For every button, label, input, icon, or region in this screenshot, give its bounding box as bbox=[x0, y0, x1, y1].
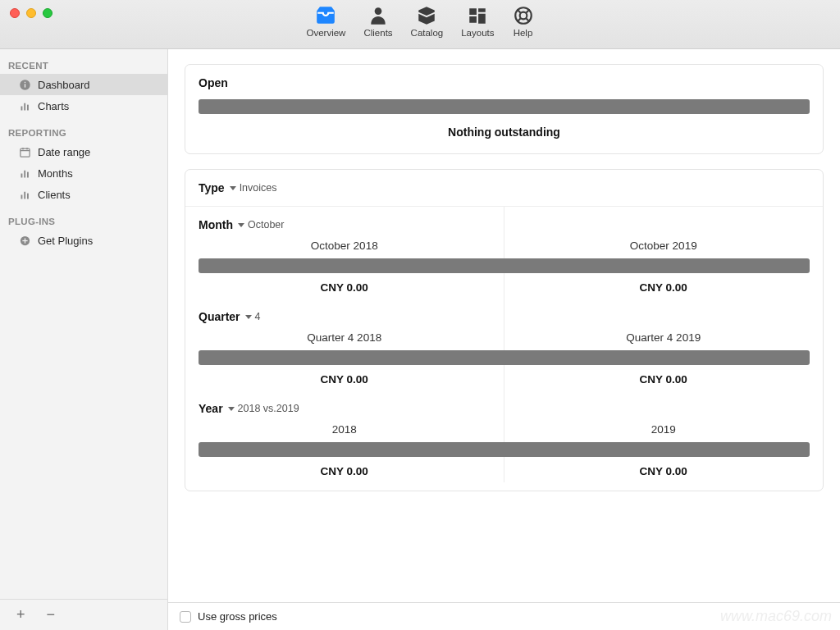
svg-rect-13 bbox=[21, 194, 22, 199]
sidebar-item-getplugins[interactable]: Get Plugins bbox=[0, 230, 167, 251]
minimize-icon[interactable] bbox=[26, 8, 36, 18]
calendar-icon bbox=[18, 145, 31, 158]
month-selector[interactable]: October bbox=[238, 219, 284, 231]
plus-circle-icon bbox=[18, 234, 31, 247]
box-icon bbox=[416, 5, 437, 26]
sidebar-item-label: Charts bbox=[38, 100, 69, 112]
svg-rect-12 bbox=[27, 171, 29, 177]
month-key: Month bbox=[199, 218, 233, 231]
bottom-bar: Use gross prices bbox=[168, 602, 840, 630]
content-area: Open Nothing outstanding Type Invoices M… bbox=[168, 49, 840, 630]
open-title: Open bbox=[199, 76, 810, 89]
open-bar-chart bbox=[199, 99, 810, 114]
year-key: Year bbox=[199, 402, 223, 415]
sidebar-item-label: Months bbox=[38, 167, 73, 180]
sidebar-item-daterange[interactable]: Date range bbox=[0, 141, 167, 162]
titlebar: Overview Clients Catalog Layouts Help bbox=[0, 0, 840, 49]
svg-rect-15 bbox=[27, 193, 29, 199]
type-title: Type bbox=[199, 181, 225, 194]
tab-layouts-label: Layouts bbox=[461, 28, 494, 38]
year-left-label: 2018 bbox=[185, 420, 504, 442]
sidebar-section-plugins: PLUG-INS bbox=[0, 205, 167, 230]
svg-rect-8 bbox=[27, 104, 29, 110]
svg-rect-18 bbox=[22, 240, 27, 240]
sidebar-section-recent: RECENT bbox=[0, 49, 167, 74]
quarter-left-label: Quarter 4 2018 bbox=[185, 328, 504, 350]
close-icon[interactable] bbox=[10, 8, 20, 18]
svg-rect-5 bbox=[24, 81, 25, 82]
month-right-value: CNY 0.00 bbox=[504, 273, 824, 299]
person-icon bbox=[368, 5, 389, 26]
sidebar-item-clients[interactable]: Clients bbox=[0, 184, 167, 205]
svg-point-2 bbox=[519, 12, 527, 20]
year-bar-chart bbox=[199, 442, 810, 457]
svg-rect-7 bbox=[24, 103, 25, 110]
sidebar-item-months[interactable]: Months bbox=[0, 162, 167, 184]
quarter-right-value: CNY 0.00 bbox=[504, 365, 824, 390]
sidebar-footer: + − bbox=[0, 599, 167, 630]
tab-catalog[interactable]: Catalog bbox=[411, 5, 444, 38]
open-empty-message: Nothing outstanding bbox=[199, 126, 810, 139]
layouts-icon bbox=[467, 5, 488, 26]
zoom-icon[interactable] bbox=[43, 8, 52, 18]
sidebar-item-dashboard[interactable]: Dashboard bbox=[0, 74, 167, 95]
year-selector[interactable]: 2018 vs.2019 bbox=[228, 403, 299, 414]
sidebar-item-charts[interactable]: Charts bbox=[0, 95, 167, 116]
svg-rect-4 bbox=[24, 84, 25, 87]
open-card: Open Nothing outstanding bbox=[185, 64, 824, 154]
tab-overview[interactable]: Overview bbox=[306, 5, 345, 38]
tab-help-label: Help bbox=[514, 28, 533, 38]
bars-icon bbox=[18, 99, 31, 112]
tab-clients[interactable]: Clients bbox=[363, 5, 392, 38]
month-right-label: October 2019 bbox=[504, 236, 824, 258]
svg-rect-9 bbox=[20, 148, 29, 157]
sidebar: RECENT Dashboard Charts REPORTING Date r… bbox=[0, 49, 168, 630]
tab-overview-label: Overview bbox=[306, 28, 345, 38]
bars-icon bbox=[18, 167, 31, 180]
lifebuoy-icon bbox=[513, 5, 534, 26]
svg-point-0 bbox=[375, 7, 382, 15]
year-right-value: CNY 0.00 bbox=[504, 457, 824, 482]
year-right-label: 2019 bbox=[504, 420, 824, 442]
svg-rect-11 bbox=[24, 170, 25, 177]
tab-clients-label: Clients bbox=[363, 28, 392, 38]
quarter-key: Quarter bbox=[199, 310, 240, 323]
sidebar-item-label: Clients bbox=[38, 189, 71, 201]
sidebar-section-reporting: REPORTING bbox=[0, 116, 167, 141]
month-left-value: CNY 0.00 bbox=[185, 273, 504, 299]
type-card: Type Invoices Month October October 2018 bbox=[185, 169, 824, 491]
toolbar: Overview Clients Catalog Layouts Help bbox=[306, 0, 533, 38]
sidebar-item-label: Date range bbox=[38, 146, 90, 158]
month-bar-chart bbox=[199, 258, 810, 273]
year-left-value: CNY 0.00 bbox=[185, 457, 504, 482]
tab-help[interactable]: Help bbox=[513, 5, 534, 38]
gross-prices-label: Use gross prices bbox=[198, 610, 277, 623]
quarter-right-label: Quarter 4 2019 bbox=[504, 328, 824, 350]
quarter-bar-chart bbox=[199, 350, 810, 365]
add-button[interactable]: + bbox=[11, 605, 30, 625]
sidebar-item-label: Dashboard bbox=[38, 79, 90, 91]
bars-icon bbox=[18, 188, 31, 201]
tab-layouts[interactable]: Layouts bbox=[461, 5, 494, 38]
tab-catalog-label: Catalog bbox=[411, 28, 444, 38]
gross-prices-checkbox[interactable] bbox=[180, 611, 191, 623]
quarter-left-value: CNY 0.00 bbox=[185, 365, 504, 390]
svg-rect-6 bbox=[21, 106, 22, 110]
remove-button[interactable]: − bbox=[42, 605, 61, 625]
type-selector[interactable]: Invoices bbox=[230, 182, 277, 194]
sidebar-item-label: Get Plugins bbox=[38, 235, 93, 247]
inbox-icon bbox=[315, 5, 336, 26]
svg-rect-10 bbox=[21, 173, 22, 177]
quarter-selector[interactable]: 4 bbox=[245, 311, 261, 322]
info-icon bbox=[18, 78, 31, 91]
month-left-label: October 2018 bbox=[185, 236, 504, 258]
svg-rect-14 bbox=[24, 191, 25, 199]
window-controls bbox=[10, 8, 52, 18]
